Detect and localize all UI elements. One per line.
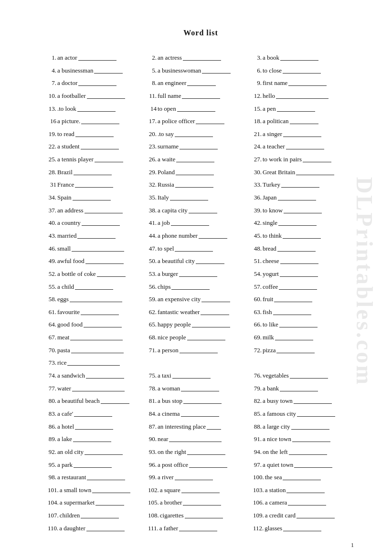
item-107: 107.children <box>48 509 146 522</box>
item-79: 79.a bank <box>253 382 356 395</box>
item-5: 5.a businesswoman <box>148 64 251 77</box>
word-list: 1.an actor 2.an actress 3.a book 4.a bus… <box>48 52 354 535</box>
item-4: 4.a businessman <box>48 64 146 77</box>
item-98: 98.a restaurant <box>48 471 146 484</box>
item-84: 84.a cinema <box>148 408 251 421</box>
item-104: 104.a supermarket <box>48 496 146 509</box>
row-10: 28.Brazil 29.Poland 30.Great Britain <box>48 166 354 179</box>
item-9: 9.first name <box>253 77 356 90</box>
item-38: 38.a capita city <box>148 204 251 217</box>
item-111: 111.a father <box>148 522 251 535</box>
item-33: 33.Turkey <box>253 179 356 191</box>
item-28: 28.Brazil <box>48 166 146 179</box>
item-11: 11.full name <box>148 90 251 103</box>
item-7: 7.a doctor <box>48 77 146 90</box>
row-34: 98.a restaurant 99.a river 100.the sea <box>48 471 354 484</box>
row-28: 80.a beautiful beach 81.a bus stop 82.a … <box>48 395 354 408</box>
item-13: 13..to look <box>48 103 146 116</box>
item-88: 88.a large city <box>253 421 356 433</box>
item-51: 51.cheese <box>253 255 356 268</box>
row-2: 4.a businessman 5.a businesswoman 6.to c… <box>48 64 354 77</box>
row-5: 13..to look 14to open 15.a pen <box>48 103 354 116</box>
item-52: 52.a bottle of coke <box>48 268 146 281</box>
item-108: 108.cigarettes <box>148 509 251 522</box>
row-7: 19.to read 20..to say 21.a singer <box>48 128 354 141</box>
item-48: 48.bread <box>253 242 356 255</box>
item-37: 37.an address <box>48 204 146 217</box>
item-29: 29.Poland <box>148 166 251 179</box>
row-4: 10.a footballer 11.full name 12.hello <box>48 90 354 103</box>
item-26: 26.a waite <box>148 153 251 166</box>
item-56: 56.chips <box>148 281 251 294</box>
item-65: 65.happy people <box>148 318 251 331</box>
row-15: 43.married 44.a phone number 45.to think <box>48 230 354 242</box>
item-24: 24.a teacher <box>253 140 356 153</box>
item-41: 41.a job <box>148 217 251 230</box>
item-43: 43.married <box>48 230 146 242</box>
row-19: 55.a child 56.chips 57.coffee <box>48 281 354 294</box>
row-18: 52.a bottle of coke 53.a burger 54.yogur… <box>48 268 354 281</box>
item-1: 1.an actor <box>48 52 146 64</box>
item-55: 55.a child <box>48 281 146 294</box>
item-20: 20..to say <box>148 128 251 141</box>
item-63: 63.fish <box>253 306 356 319</box>
item-95: 95.a park <box>48 459 146 472</box>
item-49: 49.awful food <box>48 255 146 268</box>
page: DLPrintables.com Word list 1.an actor 2.… <box>0 0 392 558</box>
item-35: 35.Italy <box>148 191 251 204</box>
item-83: 83.a cafe' <box>48 408 146 421</box>
item-8: 8.an engineer <box>148 77 251 90</box>
item-96: 96.a post office <box>148 459 251 472</box>
row-24: 70.pasta 71.a person 72.pizza <box>48 344 354 357</box>
item-75: 75.a taxi <box>148 369 251 382</box>
page-title: Word list <box>48 29 354 37</box>
item-112: 112.glasses <box>253 522 356 535</box>
row-27: 77.water 78.a woman 79.a bank <box>48 382 354 395</box>
item-81: 81.a bus stop <box>148 395 251 408</box>
item-62: 62.fantastic weather <box>148 306 251 319</box>
item-67: 67.meat <box>48 331 146 344</box>
row-32: 92.an old city 93.on the right 94.on the… <box>48 446 354 459</box>
item-109: 109.a credit card <box>253 509 356 522</box>
item-21: 21.a singer <box>253 128 356 141</box>
item-14: 14to open <box>148 103 251 116</box>
row-33: 95.a park 96.a post office 97.a quiet to… <box>48 459 354 472</box>
row-36: 104.a supermarket 105.a brother 106.a ca… <box>48 496 354 509</box>
item-57: 57.coffee <box>253 281 356 294</box>
item-50: 50.a beautiful city <box>148 255 251 268</box>
item-59: 59.an expensive city <box>148 293 251 306</box>
row-6: 16a picture. 17.a police officer 18.a po… <box>48 115 354 128</box>
row-35: 101.a small town 102.a square 103.a stat… <box>48 484 354 497</box>
item-73: 73.rice <box>48 357 146 369</box>
item-30: 30.Great Britain <box>253 166 356 179</box>
item-39: 39.to know <box>253 204 356 217</box>
item-45: 45.to think <box>253 230 356 242</box>
item-34: 34.Spain <box>48 191 146 204</box>
item-69: 69.milk <box>253 331 356 344</box>
row-30: 86.a hotel 87.an interesting place 88.a … <box>48 421 354 433</box>
row-22: 64.good food 65.happy people 66.to like <box>48 318 354 331</box>
item-77: 77.water <box>48 382 146 395</box>
item-6: 6.to close <box>253 64 356 77</box>
item-102: 102.a square <box>148 484 251 497</box>
item-17: 17.a police officer <box>148 115 251 128</box>
row-38: 110.a daughter 111.a father 112.glasses <box>48 522 354 535</box>
item-85: 85.a famous city <box>253 408 356 421</box>
item-82: 82.a busy town <box>253 395 356 408</box>
item-86: 86.a hotel <box>48 421 146 433</box>
item-54: 54.yogurt <box>253 268 356 281</box>
item-87: 87.an interesting place <box>148 421 251 433</box>
item-32: 32.Russia <box>148 179 251 191</box>
item-44: 44.a phone number <box>148 230 251 242</box>
row-9: 25.a tennis player 26.a waite 27.to work… <box>48 153 354 166</box>
item-58: 58.eggs <box>48 293 146 306</box>
row-25: 73.rice <box>48 357 354 369</box>
item-66: 66.to like <box>253 318 356 331</box>
item-90: 90.near <box>148 433 251 446</box>
item-68: 68.nice people <box>148 331 251 344</box>
row-12: 34.Spain 35.Italy 36.Japan <box>48 191 354 204</box>
item-76: 76.vegetables <box>253 369 356 382</box>
item-94: 94.on the left <box>253 446 356 459</box>
row-1: 1.an actor 2.an actress 3.a book <box>48 52 354 64</box>
item-12: 12.hello <box>253 90 356 103</box>
